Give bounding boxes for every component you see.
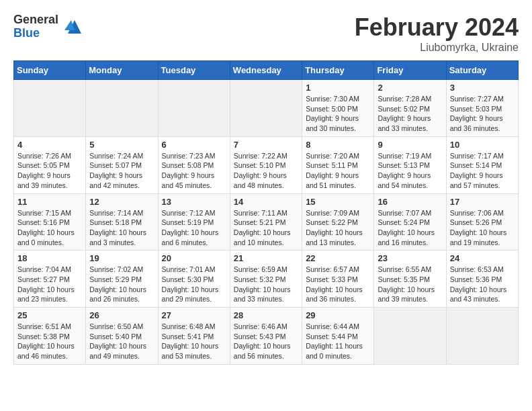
calendar-cell bbox=[230, 80, 302, 137]
day-info: Sunrise: 7:28 AMSunset: 5:02 PMDaylight:… bbox=[378, 94, 442, 134]
calendar-cell: 18Sunrise: 7:04 AMSunset: 5:27 PMDayligh… bbox=[14, 250, 86, 308]
day-info: Sunrise: 7:19 AMSunset: 5:13 PMDaylight:… bbox=[378, 151, 442, 191]
day-number: 25 bbox=[17, 310, 82, 320]
day-number: 18 bbox=[17, 253, 82, 263]
calendar-cell: 13Sunrise: 7:12 AMSunset: 5:19 PMDayligh… bbox=[158, 193, 230, 250]
day-info: Sunrise: 6:46 AMSunset: 5:43 PMDaylight:… bbox=[234, 322, 298, 361]
day-info: Sunrise: 7:11 AMSunset: 5:21 PMDaylight:… bbox=[234, 208, 298, 248]
calendar-cell: 6Sunrise: 7:23 AMSunset: 5:08 PMDaylight… bbox=[158, 136, 230, 193]
day-number: 9 bbox=[378, 140, 442, 150]
location-text: Liubomyrka, Ukraine bbox=[355, 42, 519, 54]
day-number: 27 bbox=[162, 310, 226, 320]
day-info: Sunrise: 7:20 AMSunset: 5:11 PMDaylight:… bbox=[306, 151, 370, 191]
day-info: Sunrise: 7:15 AMSunset: 5:16 PMDaylight:… bbox=[17, 208, 82, 248]
calendar-cell: 29Sunrise: 6:44 AMSunset: 5:44 PMDayligh… bbox=[302, 308, 374, 365]
day-number: 14 bbox=[234, 197, 298, 207]
month-title: February 2024 bbox=[355, 13, 519, 42]
calendar-cell: 25Sunrise: 6:51 AMSunset: 5:38 PMDayligh… bbox=[14, 308, 86, 365]
calendar-cell: 23Sunrise: 6:55 AMSunset: 5:35 PMDayligh… bbox=[374, 250, 446, 308]
day-info: Sunrise: 7:30 AMSunset: 5:00 PMDaylight:… bbox=[306, 94, 370, 134]
calendar-cell: 3Sunrise: 7:27 AMSunset: 5:03 PMDaylight… bbox=[446, 80, 518, 137]
day-info: Sunrise: 6:50 AMSunset: 5:40 PMDaylight:… bbox=[89, 322, 154, 361]
day-number: 3 bbox=[450, 83, 515, 93]
day-info: Sunrise: 7:01 AMSunset: 5:30 PMDaylight:… bbox=[162, 265, 226, 304]
calendar-cell: 15Sunrise: 7:09 AMSunset: 5:22 PMDayligh… bbox=[302, 193, 374, 250]
day-number: 6 bbox=[162, 140, 226, 150]
calendar-week-row: 11Sunrise: 7:15 AMSunset: 5:16 PMDayligh… bbox=[14, 193, 519, 250]
day-number: 8 bbox=[306, 140, 370, 150]
weekday-header-row: SundayMondayTuesdayWednesdayThursdayFrid… bbox=[14, 61, 519, 80]
day-number: 28 bbox=[234, 310, 298, 320]
logo: General Blue bbox=[13, 13, 81, 40]
day-number: 12 bbox=[89, 197, 154, 207]
day-number: 20 bbox=[162, 253, 226, 263]
day-info: Sunrise: 6:48 AMSunset: 5:41 PMDaylight:… bbox=[162, 322, 226, 361]
calendar-cell: 19Sunrise: 7:02 AMSunset: 5:29 PMDayligh… bbox=[86, 250, 158, 308]
day-info: Sunrise: 7:23 AMSunset: 5:08 PMDaylight:… bbox=[162, 151, 226, 191]
day-info: Sunrise: 7:02 AMSunset: 5:29 PMDaylight:… bbox=[89, 265, 154, 304]
calendar-cell: 26Sunrise: 6:50 AMSunset: 5:40 PMDayligh… bbox=[86, 308, 158, 365]
title-section: February 2024 Liubomyrka, Ukraine bbox=[355, 13, 519, 54]
day-number: 15 bbox=[306, 197, 370, 207]
day-info: Sunrise: 7:22 AMSunset: 5:10 PMDaylight:… bbox=[234, 151, 298, 191]
calendar-cell: 11Sunrise: 7:15 AMSunset: 5:16 PMDayligh… bbox=[14, 193, 86, 250]
day-number: 26 bbox=[89, 310, 154, 320]
day-info: Sunrise: 7:27 AMSunset: 5:03 PMDaylight:… bbox=[450, 94, 515, 134]
calendar-cell: 8Sunrise: 7:20 AMSunset: 5:11 PMDaylight… bbox=[302, 136, 374, 193]
logo-blue-text: Blue bbox=[13, 27, 58, 40]
day-number: 24 bbox=[450, 253, 515, 263]
calendar-cell: 27Sunrise: 6:48 AMSunset: 5:41 PMDayligh… bbox=[158, 308, 230, 365]
day-info: Sunrise: 7:07 AMSunset: 5:24 PMDaylight:… bbox=[378, 208, 442, 248]
day-number: 17 bbox=[450, 197, 515, 207]
day-info: Sunrise: 6:55 AMSunset: 5:35 PMDaylight:… bbox=[378, 265, 442, 304]
calendar-cell: 20Sunrise: 7:01 AMSunset: 5:30 PMDayligh… bbox=[158, 250, 230, 308]
logo-general-text: General bbox=[13, 13, 58, 27]
day-number: 21 bbox=[234, 253, 298, 263]
page-header: General Blue February 2024 Liubomyrka, U… bbox=[13, 13, 519, 54]
calendar-week-row: 1Sunrise: 7:30 AMSunset: 5:00 PMDaylight… bbox=[14, 80, 519, 137]
weekday-header-monday: Monday bbox=[86, 61, 158, 80]
calendar-cell: 17Sunrise: 7:06 AMSunset: 5:26 PMDayligh… bbox=[446, 193, 518, 250]
logo-icon bbox=[61, 17, 81, 37]
calendar-cell bbox=[374, 308, 446, 365]
day-info: Sunrise: 7:24 AMSunset: 5:07 PMDaylight:… bbox=[89, 151, 154, 191]
day-info: Sunrise: 7:17 AMSunset: 5:14 PMDaylight:… bbox=[450, 151, 515, 191]
calendar-cell: 12Sunrise: 7:14 AMSunset: 5:18 PMDayligh… bbox=[86, 193, 158, 250]
calendar-cell: 2Sunrise: 7:28 AMSunset: 5:02 PMDaylight… bbox=[374, 80, 446, 137]
day-number: 16 bbox=[378, 197, 442, 207]
day-info: Sunrise: 6:57 AMSunset: 5:33 PMDaylight:… bbox=[306, 265, 370, 304]
weekday-header-friday: Friday bbox=[374, 61, 446, 80]
day-info: Sunrise: 6:59 AMSunset: 5:32 PMDaylight:… bbox=[234, 265, 298, 304]
calendar-cell: 5Sunrise: 7:24 AMSunset: 5:07 PMDaylight… bbox=[86, 136, 158, 193]
calendar-week-row: 18Sunrise: 7:04 AMSunset: 5:27 PMDayligh… bbox=[14, 250, 519, 308]
calendar-cell: 4Sunrise: 7:26 AMSunset: 5:05 PMDaylight… bbox=[14, 136, 86, 193]
day-info: Sunrise: 7:04 AMSunset: 5:27 PMDaylight:… bbox=[17, 265, 82, 304]
calendar-week-row: 25Sunrise: 6:51 AMSunset: 5:38 PMDayligh… bbox=[14, 308, 519, 365]
calendar-cell: 28Sunrise: 6:46 AMSunset: 5:43 PMDayligh… bbox=[230, 308, 302, 365]
day-number: 5 bbox=[89, 140, 154, 150]
calendar-cell bbox=[446, 308, 518, 365]
day-info: Sunrise: 6:51 AMSunset: 5:38 PMDaylight:… bbox=[17, 322, 82, 361]
day-number: 7 bbox=[234, 140, 298, 150]
day-number: 13 bbox=[162, 197, 226, 207]
day-number: 23 bbox=[378, 253, 442, 263]
day-info: Sunrise: 7:12 AMSunset: 5:19 PMDaylight:… bbox=[162, 208, 226, 248]
calendar-cell: 24Sunrise: 6:53 AMSunset: 5:36 PMDayligh… bbox=[446, 250, 518, 308]
weekday-header-tuesday: Tuesday bbox=[158, 61, 230, 80]
day-number: 2 bbox=[378, 83, 442, 93]
day-number: 29 bbox=[306, 310, 370, 320]
calendar-header: SundayMondayTuesdayWednesdayThursdayFrid… bbox=[14, 61, 519, 80]
calendar-cell: 21Sunrise: 6:59 AMSunset: 5:32 PMDayligh… bbox=[230, 250, 302, 308]
weekday-header-sunday: Sunday bbox=[14, 61, 86, 80]
day-info: Sunrise: 7:09 AMSunset: 5:22 PMDaylight:… bbox=[306, 208, 370, 248]
calendar-week-row: 4Sunrise: 7:26 AMSunset: 5:05 PMDaylight… bbox=[14, 136, 519, 193]
calendar-cell: 10Sunrise: 7:17 AMSunset: 5:14 PMDayligh… bbox=[446, 136, 518, 193]
day-info: Sunrise: 6:44 AMSunset: 5:44 PMDaylight:… bbox=[306, 322, 370, 361]
calendar-cell bbox=[14, 80, 86, 137]
calendar-cell: 22Sunrise: 6:57 AMSunset: 5:33 PMDayligh… bbox=[302, 250, 374, 308]
day-info: Sunrise: 7:26 AMSunset: 5:05 PMDaylight:… bbox=[17, 151, 82, 191]
day-number: 1 bbox=[306, 83, 370, 93]
calendar-cell: 1Sunrise: 7:30 AMSunset: 5:00 PMDaylight… bbox=[302, 80, 374, 137]
calendar-cell: 9Sunrise: 7:19 AMSunset: 5:13 PMDaylight… bbox=[374, 136, 446, 193]
calendar-cell bbox=[158, 80, 230, 137]
